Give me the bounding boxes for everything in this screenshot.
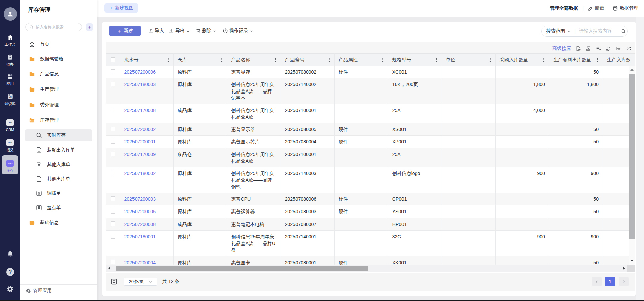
svg-text:AI: AI bbox=[9, 96, 11, 98]
svg-text:?: ? bbox=[8, 269, 12, 275]
